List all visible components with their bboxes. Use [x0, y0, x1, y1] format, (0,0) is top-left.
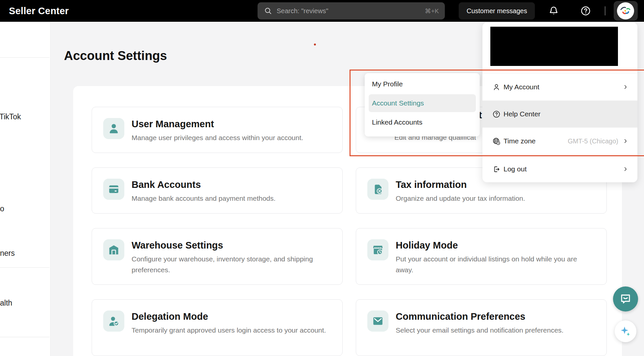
card-title: User Management — [132, 118, 303, 130]
menu-label: Log out — [504, 165, 623, 173]
menu-item-account-settings[interactable]: Account Settings — [369, 94, 476, 112]
holiday-mode-icon — [367, 239, 388, 260]
profile-dropdown-menu: My Profile Account Settings Linked Accou… — [365, 73, 480, 136]
user-management-icon — [103, 118, 124, 139]
bell-icon — [548, 6, 559, 16]
globe-clock-icon — [492, 137, 501, 145]
chevron-right-icon — [623, 84, 628, 90]
card-title: Delegation Mode — [132, 311, 326, 322]
sidebar-item-fragment[interactable]: o — [0, 204, 4, 213]
ai-assistant-button[interactable] — [615, 320, 636, 342]
logout-icon — [492, 165, 501, 173]
bank-accounts-icon — [103, 179, 124, 200]
menu-item-log-out[interactable]: Log out — [482, 156, 637, 182]
communication-preferences-icon — [367, 311, 388, 332]
menu-item-my-profile[interactable]: My Profile — [365, 74, 480, 94]
redacted-account-info — [490, 27, 618, 66]
sidebar-divider — [0, 57, 49, 58]
card-bank-accounts[interactable]: Bank Accounts Manage bank accounts and p… — [92, 167, 343, 214]
account-menu-panel: My Account Help Center — [482, 22, 637, 182]
card-description: Organize and update your tax information… — [396, 193, 525, 204]
chat-support-button[interactable] — [613, 286, 638, 312]
card-description: Manage bank accounts and payment methods… — [132, 193, 276, 204]
page-title: Account Settings — [64, 49, 167, 63]
card-description: Configure your warehouse, inventory stor… — [132, 253, 331, 275]
card-title: Holiday Mode — [396, 239, 595, 251]
card-warehouse-settings[interactable]: Warehouse Settings Configure your wareho… — [92, 228, 343, 285]
card-communication-preferences[interactable]: Communication Preferences Select your em… — [356, 299, 607, 356]
time-zone-value: GMT-5 (Chicago) — [568, 137, 618, 145]
card-title: Bank Accounts — [132, 179, 276, 191]
question-circle-icon — [580, 6, 591, 16]
card-holiday-mode[interactable]: Holiday Mode Put your account or individ… — [356, 228, 607, 285]
menu-item-linked-accounts[interactable]: Linked Accounts — [365, 113, 480, 132]
tax-information-icon — [367, 179, 388, 200]
card-description: Temporarily grant approved users login a… — [132, 325, 326, 336]
card-description: Put your account or individual listings … — [396, 253, 595, 275]
card-description: Manage user privileges and access within… — [132, 132, 303, 143]
menu-label: Time zone — [504, 137, 568, 145]
card-title: Communication Preferences — [396, 311, 564, 322]
top-header: Seller Center Search: "reviews" ⌘+K Cust… — [0, 0, 644, 22]
avatar — [617, 2, 634, 19]
sidebar-divider — [0, 337, 49, 337]
customer-messages-button[interactable]: Customer messages — [459, 2, 535, 19]
chevron-right-icon — [623, 138, 628, 144]
search-shortcut: ⌘+K — [425, 7, 439, 15]
help-button[interactable] — [580, 5, 591, 16]
menu-item-time-zone[interactable]: Time zone GMT-5 (Chicago) — [482, 128, 637, 155]
search-placeholder: Search: "reviews" — [277, 7, 425, 15]
customer-messages-label: Customer messages — [467, 7, 527, 15]
search-input[interactable]: Search: "reviews" ⌘+K — [258, 2, 445, 19]
card-delegation-mode[interactable]: Delegation Mode Temporarily grant approv… — [92, 299, 343, 356]
header-divider — [605, 6, 605, 15]
card-description: Select your email settings and notificat… — [396, 325, 564, 336]
delegation-mode-icon — [103, 311, 124, 332]
chat-icon — [619, 293, 632, 305]
search-icon — [264, 7, 272, 15]
sidebar-item-tiktok[interactable]: TikTok — [0, 112, 21, 121]
seller-center-page: Seller Center Search: "reviews" ⌘+K Cust… — [0, 0, 644, 356]
person-icon — [492, 83, 501, 91]
card-user-management[interactable]: User Management Manage user privileges a… — [92, 107, 343, 153]
left-sidebar: TikTok o ners alth — [0, 22, 50, 356]
menu-item-my-account[interactable]: My Account — [482, 74, 637, 101]
profile-avatar-button[interactable] — [614, 1, 638, 21]
warehouse-settings-icon — [103, 239, 124, 260]
sidebar-divider — [0, 267, 49, 268]
question-circle-icon — [492, 110, 501, 118]
app-title: Seller Center — [9, 0, 69, 22]
notifications-bell-button[interactable] — [548, 5, 559, 16]
sidebar-item-partners[interactable]: ners — [0, 249, 15, 258]
annotation-dot — [314, 44, 316, 45]
card-title: Warehouse Settings — [132, 239, 331, 251]
sparkle-icon — [620, 325, 631, 337]
menu-label: Help Center — [504, 110, 628, 118]
sidebar-item-account-health[interactable]: alth — [0, 299, 12, 308]
chevron-right-icon — [623, 166, 628, 172]
menu-label: My Account — [504, 83, 623, 91]
menu-item-help-center[interactable]: Help Center — [482, 101, 637, 128]
